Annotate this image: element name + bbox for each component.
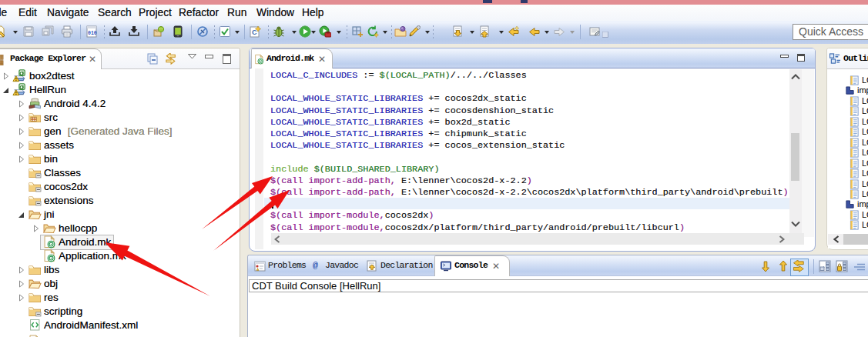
- svg-text:010: 010: [88, 31, 97, 36]
